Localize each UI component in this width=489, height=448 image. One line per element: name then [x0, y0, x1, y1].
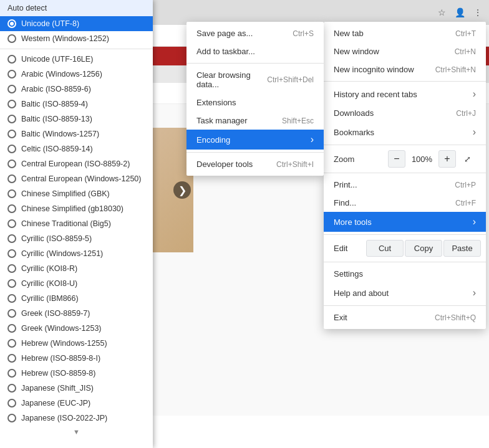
- encoding-label-japanese-iso: Japanese (ISO-2022-JP): [21, 414, 107, 422]
- menu-downloads[interactable]: Downloads Ctrl+J: [324, 104, 486, 122]
- radio-cyrillic-koi8r: [7, 264, 16, 273]
- submenu-clear-browsing[interactable]: Clear browsing data... Ctrl+Shift+Del: [186, 66, 324, 93]
- zoom-control: Zoom − 100% + ⤢: [324, 148, 486, 170]
- zoom-fullscreen-button[interactable]: ⤢: [458, 150, 476, 168]
- star-button[interactable]: ☆: [433, 4, 450, 21]
- encoding-label-arabic8859: Arabic (ISO-8859-6): [21, 85, 91, 93]
- submenu-task-manager[interactable]: Task manager Shift+Esc: [186, 112, 324, 130]
- encoding-label-baltic13: Baltic (ISO-8859-13): [21, 115, 92, 123]
- encoding-item-chinese-big5[interactable]: Chinese Traditional (Big5): [0, 216, 153, 231]
- encoding-label: Encoding: [196, 135, 230, 145]
- submenu-encoding[interactable]: Encoding: [186, 130, 324, 150]
- developer-tools-label: Developer tools: [196, 160, 253, 169]
- menu-exit[interactable]: Exit Ctrl+Shift+Q: [324, 308, 486, 326]
- encoding-label-cyrillic5: Cyrillic (ISO-8859-5): [21, 234, 92, 243]
- encoding-label-cyrillic-koi8r: Cyrillic (KOI8-R): [21, 264, 77, 273]
- radio-cyrillic-ibm: [7, 294, 16, 303]
- encoding-label-central1250: Central European (Windows-1250): [21, 174, 141, 183]
- profile-button[interactable]: 👤: [452, 4, 468, 21]
- encoding-item-cyrillic-koi8r[interactable]: Cyrillic (KOI8-R): [0, 261, 153, 276]
- menu-find[interactable]: Find... Ctrl+F: [324, 194, 486, 212]
- new-window-shortcut: Ctrl+N: [455, 47, 476, 56]
- menu-button[interactable]: ⋮: [470, 4, 486, 21]
- radio-windows1252: [7, 34, 16, 43]
- encoding-item-arabic8859[interactable]: Arabic (ISO-8859-6): [0, 82, 153, 97]
- encoding-item-windows1252[interactable]: Western (Windows-1252): [0, 31, 153, 46]
- incognito-label: New incognito window: [334, 65, 414, 74]
- zoom-plus-button[interactable]: +: [438, 150, 456, 168]
- encoding-item-chinese-gb18030[interactable]: Chinese Simplified (gb18030): [0, 201, 153, 216]
- new-window-label: New window: [334, 47, 379, 56]
- task-manager-shortcut: Shift+Esc: [282, 117, 314, 125]
- encoding-item-utf16[interactable]: Unicode (UTF-16LE): [0, 52, 153, 67]
- copy-button[interactable]: Copy: [405, 240, 442, 257]
- encoding-item-cyrillic-ibm[interactable]: Cyrillic (IBM866): [0, 291, 153, 306]
- menu-new-window[interactable]: New window Ctrl+N: [324, 42, 486, 60]
- radio-hebrew1255: [7, 339, 16, 348]
- zoom-percent: 100%: [408, 155, 436, 164]
- encoding-item-hebrew-iso-i[interactable]: Hebrew (ISO-8859-8-I): [0, 351, 153, 366]
- incognito-shortcut: Ctrl+Shift+N: [435, 65, 476, 74]
- encoding-item-baltic13[interactable]: Baltic (ISO-8859-13): [0, 112, 153, 126]
- zoom-label: Zoom: [334, 155, 385, 164]
- cut-button[interactable]: Cut: [366, 240, 404, 257]
- auto-detect-label: Auto detect: [7, 4, 47, 12]
- radio-utf16: [7, 55, 16, 64]
- menu-print[interactable]: Print... Ctrl+P: [324, 176, 486, 194]
- encoding-item-hebrew1255[interactable]: Hebrew (Windows-1255): [0, 336, 153, 351]
- chrome-menu: New tab Ctrl+T New window Ctrl+N New inc…: [324, 22, 486, 329]
- encoding-item-greek7[interactable]: Greek (ISO-8859-7): [0, 306, 153, 321]
- radio-japanese-iso: [7, 414, 16, 422]
- submenu-divider-1: [186, 63, 324, 64]
- encoding-label-greek1253: Greek (Windows-1253): [21, 324, 102, 333]
- encoding-divider-1: [0, 49, 153, 49]
- extensions-label: Extensions: [196, 98, 236, 107]
- encoding-item-greek1253[interactable]: Greek (Windows-1253): [0, 321, 153, 336]
- bookmarks-label: Bookmarks: [334, 128, 374, 137]
- radio-japanese-euc: [7, 399, 16, 407]
- encoding-label-baltic4: Baltic (ISO-8859-4): [21, 100, 88, 108]
- encoding-item-cyrillic-koi8u[interactable]: Cyrillic (KOI8-U): [0, 276, 153, 291]
- exit-shortcut: Ctrl+Shift+Q: [435, 313, 476, 322]
- menu-help[interactable]: Help and about: [324, 283, 486, 303]
- carousel-next-button[interactable]: ❯: [173, 181, 191, 199]
- radio-cyrillic5: [7, 234, 16, 243]
- encoding-item-japanese-shift[interactable]: Japanese (Shift_JIS): [0, 381, 153, 396]
- radio-arabic8859: [7, 85, 16, 93]
- menu-divider-6: [324, 305, 486, 306]
- encoding-label-japanese-euc: Japanese (EUC-JP): [21, 399, 90, 407]
- menu-more-tools[interactable]: More tools: [324, 212, 486, 232]
- encoding-item-central2[interactable]: Central European (ISO-8859-2): [0, 156, 153, 171]
- menu-incognito[interactable]: New incognito window Ctrl+Shift+N: [324, 60, 486, 79]
- submenu-developer-tools[interactable]: Developer tools Ctrl+Shift+I: [186, 155, 324, 173]
- encoding-label-hebrew-iso: Hebrew (ISO-8859-8): [21, 369, 96, 378]
- submenu-extensions[interactable]: Extensions: [186, 93, 324, 112]
- submenu-save-page[interactable]: Save page as... Ctrl+S: [186, 24, 324, 42]
- radio-celtic: [7, 145, 16, 153]
- menu-settings[interactable]: Settings: [324, 265, 486, 283]
- encoding-auto-detect[interactable]: Auto detect: [0, 0, 153, 16]
- encoding-item-cyrillic5[interactable]: Cyrillic (ISO-8859-5): [0, 231, 153, 246]
- encoding-label-hebrew-iso-i: Hebrew (ISO-8859-8-I): [21, 354, 100, 363]
- encoding-item-celtic[interactable]: Celtic (ISO-8859-14): [0, 141, 153, 156]
- menu-divider-3: [324, 173, 486, 173]
- submenu-add-taskbar[interactable]: Add to taskbar...: [186, 42, 324, 60]
- menu-history[interactable]: History and recent tabs: [324, 84, 486, 104]
- encoding-item-japanese-iso[interactable]: Japanese (ISO-2022-JP): [0, 411, 153, 426]
- developer-tools-shortcut: Ctrl+Shift+I: [276, 160, 314, 169]
- zoom-minus-button[interactable]: −: [388, 150, 405, 168]
- encoding-label-windows1252: Western (Windows-1252): [21, 34, 109, 43]
- encoding-item-hebrew-iso[interactable]: Hebrew (ISO-8859-8): [0, 366, 153, 381]
- paste-button[interactable]: Paste: [443, 240, 481, 257]
- menu-bookmarks[interactable]: Bookmarks: [324, 122, 486, 142]
- encoding-item-chinese-gbk[interactable]: Chinese Simplified (GBK): [0, 186, 153, 201]
- encoding-item-baltic4[interactable]: Baltic (ISO-8859-4): [0, 97, 153, 112]
- menu-new-tab[interactable]: New tab Ctrl+T: [324, 24, 486, 42]
- encoding-item-arabic1256[interactable]: Arabic (Windows-1256): [0, 67, 153, 82]
- encoding-item-japanese-euc[interactable]: Japanese (EUC-JP): [0, 396, 153, 411]
- encoding-item-central1250[interactable]: Central European (Windows-1250): [0, 171, 153, 186]
- encoding-item-utf8[interactable]: Unicode (UTF-8): [0, 16, 153, 31]
- save-page-shortcut: Ctrl+S: [293, 29, 314, 38]
- encoding-item-baltic1257[interactable]: Baltic (Windows-1257): [0, 126, 153, 141]
- encoding-item-cyrillic1251[interactable]: Cyrillic (Windows-1251): [0, 246, 153, 261]
